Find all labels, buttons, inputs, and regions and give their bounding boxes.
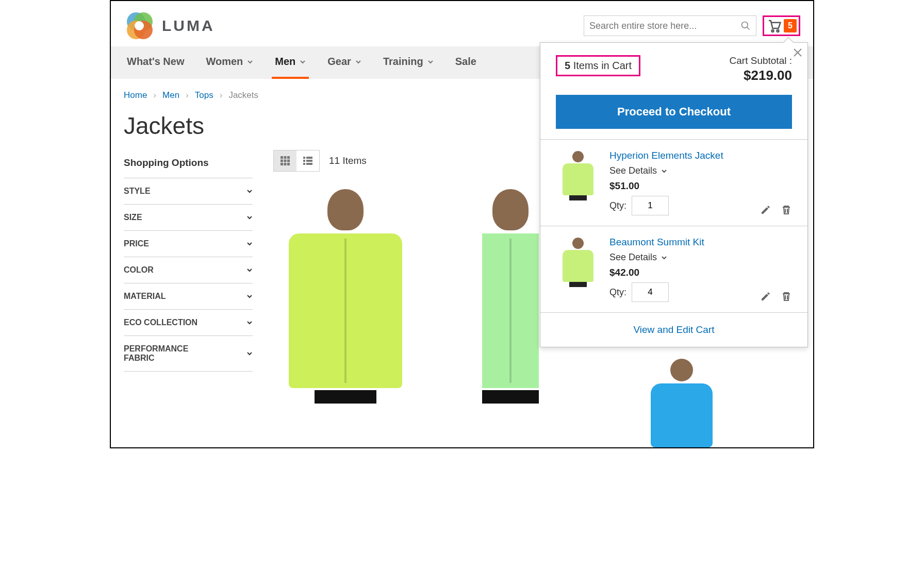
chevron-down-icon bbox=[246, 320, 253, 326]
svg-rect-18 bbox=[303, 157, 305, 159]
minicart-item-name[interactable]: Hyperion Elements Jacket bbox=[609, 150, 792, 161]
svg-rect-20 bbox=[303, 160, 305, 162]
remove-item-button[interactable] bbox=[781, 204, 792, 215]
svg-rect-19 bbox=[306, 157, 312, 159]
chevron-down-icon bbox=[247, 59, 253, 65]
brand-name: LUMA bbox=[162, 17, 215, 35]
sidebar: Shopping Options STYLE SIZE PRICE COLOR … bbox=[124, 150, 253, 404]
minicart: 5 Items in Cart Cart Subtotal : $219.00 … bbox=[540, 42, 808, 347]
shopping-options-title: Shopping Options bbox=[124, 150, 253, 178]
svg-point-7 bbox=[772, 30, 774, 32]
filter-eco-collection[interactable]: ECO COLLECTION bbox=[124, 310, 253, 336]
minicart-item-price: $42.00 bbox=[609, 267, 792, 278]
filter-color[interactable]: COLOR bbox=[124, 257, 253, 283]
chevron-down-icon bbox=[246, 350, 253, 357]
svg-rect-15 bbox=[280, 163, 283, 165]
cart-button[interactable]: 5 bbox=[763, 15, 800, 36]
search-input[interactable] bbox=[589, 21, 740, 31]
subtotal-amount: $219.00 bbox=[730, 68, 792, 83]
chevron-right-icon: › bbox=[220, 90, 223, 100]
svg-rect-23 bbox=[306, 163, 312, 165]
svg-rect-12 bbox=[280, 160, 283, 162]
svg-rect-22 bbox=[303, 163, 305, 165]
chevron-down-icon bbox=[661, 255, 667, 261]
remove-item-button[interactable] bbox=[781, 291, 792, 302]
minicart-footer: View and Edit Cart bbox=[540, 312, 807, 347]
cart-items-count: 5 Items in Cart bbox=[556, 55, 640, 76]
trash-icon bbox=[781, 291, 792, 302]
chevron-down-icon bbox=[427, 59, 434, 65]
svg-rect-21 bbox=[306, 160, 312, 162]
see-details-toggle[interactable]: See Details bbox=[609, 252, 792, 263]
svg-rect-10 bbox=[284, 156, 287, 159]
pencil-icon bbox=[760, 291, 771, 302]
edit-item-button[interactable] bbox=[760, 291, 771, 302]
grid-view-button[interactable] bbox=[274, 150, 296, 171]
see-details-toggle[interactable]: See Details bbox=[609, 165, 792, 176]
chevron-down-icon bbox=[246, 241, 253, 247]
view-switch bbox=[273, 150, 320, 172]
edit-item-button[interactable] bbox=[760, 204, 771, 215]
item-count: 11 Items bbox=[329, 155, 367, 166]
minicart-item-name[interactable]: Beaumont Summit Kit bbox=[609, 237, 792, 248]
proceed-to-checkout-button[interactable]: Proceed to Checkout bbox=[556, 95, 792, 129]
cart-count-badge: 5 bbox=[784, 19, 797, 32]
filter-size[interactable]: SIZE bbox=[124, 205, 253, 231]
chevron-down-icon bbox=[300, 59, 306, 65]
nav-gear[interactable]: Gear bbox=[324, 46, 365, 79]
filter-price[interactable]: PRICE bbox=[124, 231, 253, 257]
list-icon bbox=[303, 156, 313, 166]
chevron-down-icon bbox=[661, 168, 667, 174]
chevron-right-icon: › bbox=[153, 90, 156, 100]
breadcrumb-tops[interactable]: Tops bbox=[195, 90, 213, 100]
filter-performance-fabric[interactable]: PERFORMANCE FABRIC bbox=[124, 336, 253, 372]
trash-icon bbox=[781, 204, 792, 215]
breadcrumb-home[interactable]: Home bbox=[124, 90, 147, 100]
filter-material[interactable]: MATERIAL bbox=[124, 283, 253, 310]
chevron-right-icon: › bbox=[186, 90, 189, 100]
search-icon[interactable] bbox=[740, 21, 751, 31]
qty-input[interactable] bbox=[632, 196, 669, 215]
grid-icon bbox=[280, 156, 290, 166]
chevron-down-icon bbox=[246, 293, 253, 299]
nav-whats-new[interactable]: What's New bbox=[124, 46, 187, 79]
minicart-item: Hyperion Elements Jacket See Details $51… bbox=[540, 140, 807, 226]
qty-input[interactable] bbox=[632, 282, 669, 302]
svg-rect-17 bbox=[287, 163, 290, 165]
close-minicart-button[interactable] bbox=[793, 47, 802, 60]
svg-rect-13 bbox=[284, 160, 287, 162]
product-image[interactable] bbox=[273, 187, 418, 404]
chevron-down-icon bbox=[246, 188, 253, 194]
minicart-item-price: $51.00 bbox=[609, 180, 792, 192]
nav-sale[interactable]: Sale bbox=[452, 46, 480, 79]
svg-rect-11 bbox=[287, 156, 290, 159]
filter-style[interactable]: STYLE bbox=[124, 178, 253, 205]
list-view-button[interactable] bbox=[296, 150, 319, 171]
chevron-down-icon bbox=[246, 214, 253, 221]
breadcrumb-men[interactable]: Men bbox=[162, 90, 179, 100]
qty-label: Qty: bbox=[609, 287, 626, 298]
nav-men[interactable]: Men bbox=[272, 46, 309, 79]
qty-label: Qty: bbox=[609, 200, 626, 211]
minicart-item-image[interactable] bbox=[556, 150, 600, 202]
svg-line-6 bbox=[747, 27, 750, 30]
svg-rect-14 bbox=[287, 160, 290, 162]
svg-rect-9 bbox=[280, 156, 283, 159]
product-image[interactable] bbox=[646, 359, 718, 447]
header: LUMA 5 bbox=[111, 1, 813, 46]
svg-point-4 bbox=[135, 21, 144, 30]
svg-rect-16 bbox=[284, 163, 287, 165]
logo-mark-icon bbox=[124, 10, 155, 41]
cart-icon bbox=[766, 18, 782, 33]
nav-women[interactable]: Women bbox=[203, 46, 256, 79]
search-box[interactable] bbox=[584, 15, 756, 36]
minicart-item: Beaumont Summit Kit See Details $42.00 Q… bbox=[540, 226, 807, 312]
view-edit-cart-link[interactable]: View and Edit Cart bbox=[633, 324, 714, 335]
breadcrumb-current: Jackets bbox=[228, 90, 258, 100]
chevron-down-icon bbox=[246, 267, 253, 273]
minicart-item-image[interactable] bbox=[556, 237, 600, 288]
chevron-down-icon bbox=[355, 59, 361, 65]
cart-subtotal: Cart Subtotal : $219.00 bbox=[730, 55, 792, 83]
nav-training[interactable]: Training bbox=[380, 46, 437, 79]
logo[interactable]: LUMA bbox=[124, 10, 215, 41]
